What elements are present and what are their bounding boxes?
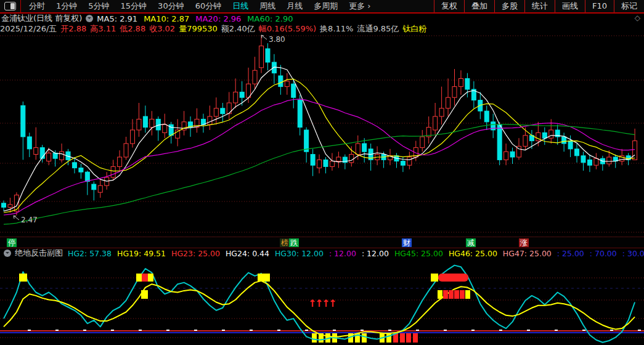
toolbar-button[interactable]: 统计 xyxy=(524,0,555,12)
indicator-param: : 70.00 xyxy=(590,249,617,258)
quote-field: 量799530 xyxy=(179,23,218,34)
signal-block xyxy=(136,274,142,282)
strip-badge: 跌 xyxy=(289,238,299,247)
marker-strip: 停榜跌财减涨 xyxy=(0,237,644,248)
signal-block xyxy=(438,274,468,282)
signal-block xyxy=(443,290,448,299)
period-menu-item[interactable]: 更多 › xyxy=(343,1,376,12)
period-menu-item[interactable]: 30分钟 xyxy=(152,1,190,12)
signal-block xyxy=(258,274,270,282)
ma-label: MA10: 2.87 xyxy=(144,14,189,23)
indicator-param: : 12.00 xyxy=(329,249,356,258)
signal-block xyxy=(449,290,454,299)
quote-field: 低2.88 xyxy=(120,23,145,34)
signal-block xyxy=(19,274,27,282)
indicator-param: HG24: 0.44 xyxy=(226,249,269,258)
quote-field: 高3.11 xyxy=(90,23,116,34)
stock-title: 金浦钛业(日线 前复权) xyxy=(1,13,82,24)
strip-badge: 涨 xyxy=(519,238,529,247)
quote-infobar: 2025/12/26/五开2.88高3.11低2.88收3.02量799530额… xyxy=(0,23,644,34)
quote-field: 流通9.85亿 xyxy=(357,23,399,34)
toolbar: 复权叠加多股统计画线F10标记 xyxy=(434,0,644,12)
period-menu-item[interactable]: 60分钟 xyxy=(190,1,227,12)
strip-badge: 减 xyxy=(466,238,476,247)
signal-block xyxy=(465,290,470,299)
main-candle-chart[interactable]: 3.802.47 xyxy=(0,34,644,237)
ma-label: MA60: 2.90 xyxy=(247,14,293,23)
period-menu-item[interactable]: 多周期 xyxy=(308,1,343,12)
signal-block xyxy=(460,290,465,299)
signal-block xyxy=(438,290,442,299)
indicator-param: HG19: 49.51 xyxy=(117,249,166,258)
indicator-param: HG2: 57.38 xyxy=(68,249,112,258)
signal-block xyxy=(431,274,438,282)
ma-legend: MA5: 2.91MA10: 2.87MA20: 2.96MA60: 2.90 xyxy=(97,14,299,23)
quote-field: 换8.11% xyxy=(320,23,353,34)
signal-block xyxy=(148,274,153,282)
indicator-param: HG45: 25.00 xyxy=(394,249,443,258)
signal-bar-yellow xyxy=(312,333,317,343)
quote-field: 钛白粉 xyxy=(402,23,426,34)
quote-field: 开2.88 xyxy=(60,23,86,34)
diamond-marker-icon: ◇ xyxy=(635,14,640,22)
ma-label: MA20: 2.96 xyxy=(195,14,241,23)
period-menu-item[interactable]: 日线 xyxy=(227,1,254,12)
period-menu-item[interactable]: 周线 xyxy=(254,1,281,12)
period-menu-item[interactable]: 5分钟 xyxy=(83,1,115,12)
quote-field: 幅0.16(5.59%) xyxy=(259,23,316,34)
period-menu-item[interactable]: 15分钟 xyxy=(115,1,153,12)
toolbar-button[interactable]: 叠加 xyxy=(464,0,494,12)
period-menu: 分时1分钟5分钟15分钟30分钟60分钟日线周线月线多周期更多 › xyxy=(23,0,377,12)
period-menu-item[interactable]: 1分钟 xyxy=(51,1,83,12)
strip-badge: 财 xyxy=(402,238,412,247)
signal-bar-yellow xyxy=(362,333,367,343)
layout-window-icon[interactable] xyxy=(4,2,16,10)
toolbar-button[interactable]: 画线 xyxy=(555,0,585,12)
indicator-param: : 12.00 xyxy=(362,249,389,258)
period-menubar: 分时1分钟5分钟15分钟30分钟60分钟日线周线月线多周期更多 › 复权叠加多股… xyxy=(0,0,644,14)
toolbar-button[interactable]: 多股 xyxy=(494,0,524,12)
toolbar-button[interactable]: 复权 xyxy=(434,0,464,12)
indicator-param: : 30.00 xyxy=(622,249,644,258)
period-menu-item[interactable]: 分时 xyxy=(23,1,51,12)
indicator-name: 绝地反击副图 xyxy=(15,248,63,259)
quote-field: 额2.40亿 xyxy=(221,23,255,34)
chevron-down-circle-icon[interactable] xyxy=(86,15,93,22)
signal-bar-red xyxy=(413,333,418,343)
titlebar: 金浦钛业(日线 前复权) MA5: 2.91MA10: 2.87MA20: 2.… xyxy=(0,14,644,23)
signal-bar-red xyxy=(406,333,411,343)
strip-badge: 榜 xyxy=(280,238,290,247)
chevron-down-circle-icon[interactable] xyxy=(4,250,11,257)
signal-block xyxy=(142,274,148,282)
signal-bar-red xyxy=(400,333,405,343)
toolbar-button[interactable]: 标记 xyxy=(614,0,644,12)
price-label: 2.47 xyxy=(21,216,38,224)
signal-block xyxy=(141,290,148,299)
indicator-params: HG2: 57.38HG19: 49.51HG23: 25.00HG24: 0.… xyxy=(68,249,644,258)
indicator-param: HG30: 12.00 xyxy=(275,249,324,258)
up-arrow-icon: ↑ xyxy=(328,298,336,309)
period-menu-item[interactable]: 月线 xyxy=(281,1,308,12)
quote-field: 2025/12/26/五 xyxy=(0,23,57,34)
divider xyxy=(20,0,21,13)
price-label: 3.80 xyxy=(269,35,285,44)
signal-block xyxy=(454,290,459,299)
indicator-header: 绝地反击副图 HG2: 57.38HG19: 49.51HG23: 25.00H… xyxy=(0,248,644,258)
indicator-chart[interactable]: ↑↑↑↑ xyxy=(0,258,644,345)
app-window: 分时1分钟5分钟15分钟30分钟60分钟日线周线月线多周期更多 › 复权叠加多股… xyxy=(0,0,644,345)
indicator-param: HG47: 25.00 xyxy=(503,249,552,258)
quote-field: 收3.02 xyxy=(149,23,175,34)
signal-bar-yellow xyxy=(386,333,391,343)
indicator-param: : 25.00 xyxy=(557,249,584,258)
strip-badge: 停 xyxy=(7,238,17,247)
indicator-param: HG23: 25.00 xyxy=(171,249,220,258)
indicator-param: HG46: 25.00 xyxy=(449,249,497,258)
toolbar-button[interactable]: F10 xyxy=(585,0,614,12)
ma-label: MA5: 2.91 xyxy=(97,14,137,23)
